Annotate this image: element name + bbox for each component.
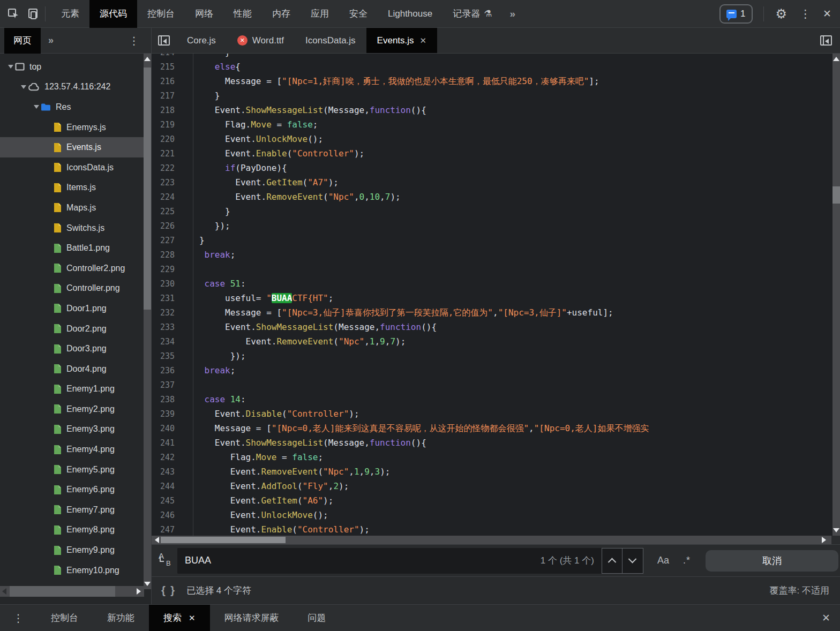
line-number[interactable]: 215: [152, 60, 184, 74]
settings-gear-icon[interactable]: ⚙: [769, 6, 794, 21]
line-number[interactable]: 216: [152, 74, 184, 89]
more-panels-button[interactable]: »: [502, 8, 523, 20]
line-number[interactable]: 233: [152, 320, 184, 335]
line-number[interactable]: 246: [152, 508, 184, 523]
panel-tab-网络[interactable]: 网络: [185, 0, 223, 28]
tree-item[interactable]: Res: [0, 97, 144, 117]
navigator-kebab-menu-icon[interactable]: ⋮: [129, 34, 139, 47]
line-number[interactable]: 223: [152, 176, 184, 190]
line-number[interactable]: 222: [152, 161, 184, 176]
panel-tab-记录器[interactable]: 记录器⚗: [442, 0, 502, 28]
tree-item[interactable]: Items.js: [0, 178, 144, 198]
editor-tab-IconsData.js[interactable]: IconsData.js: [295, 28, 366, 53]
panel-tab-内存[interactable]: 内存: [262, 0, 301, 28]
drawer-tab-问题[interactable]: 问题: [294, 605, 341, 631]
scroll-down-arrow-icon[interactable]: [144, 582, 151, 586]
line-number[interactable]: 219: [152, 118, 184, 132]
navigator-horizontal-scrollbar[interactable]: [0, 586, 144, 597]
line-number[interactable]: 225: [152, 205, 184, 219]
tree-item[interactable]: Enemy9.png: [0, 540, 144, 560]
drawer-tab-新功能[interactable]: 新功能: [93, 605, 149, 631]
match-case-toggle[interactable]: Aa: [657, 555, 669, 566]
line-number[interactable]: 236: [152, 364, 184, 378]
editor-tab-Events.js[interactable]: Events.js✕: [366, 28, 438, 53]
scroll-left-arrow-icon[interactable]: [2, 588, 6, 595]
scroll-down-arrow-icon[interactable]: [833, 528, 839, 532]
drawer-tab-网络请求屏蔽[interactable]: 网络请求屏蔽: [210, 605, 294, 631]
tree-item[interactable]: Enemy10.png: [0, 560, 144, 581]
tree-item[interactable]: IconsData.js: [0, 157, 144, 178]
tree-item[interactable]: Battle1.png: [0, 238, 144, 258]
close-tab-icon[interactable]: ✕: [189, 613, 196, 623]
line-number[interactable]: 247: [152, 523, 184, 536]
expand-arrow-icon[interactable]: [6, 65, 15, 69]
scroll-up-arrow-icon[interactable]: [833, 57, 839, 61]
line-number[interactable]: 234: [152, 335, 184, 349]
line-number[interactable]: 218: [152, 103, 184, 118]
tree-item[interactable]: Enemy4.png: [0, 439, 144, 460]
tree-item[interactable]: Enemy1.png: [0, 379, 144, 400]
expand-arrow-icon[interactable]: [32, 105, 41, 109]
panel-tab-应用[interactable]: 应用: [301, 0, 339, 28]
drawer-tab-控制台[interactable]: 控制台: [36, 605, 93, 631]
kebab-menu-icon[interactable]: ⋮: [793, 7, 818, 20]
code-viewport[interactable]: 214 }215 else{216 Message = ["[Npc=1,奸商]…: [152, 54, 840, 536]
editor-horizontal-scrollbar[interactable]: [152, 536, 840, 544]
line-number[interactable]: 229: [152, 262, 184, 277]
cancel-button[interactable]: 取消: [706, 550, 838, 572]
panel-tab-控制台[interactable]: 控制台: [137, 0, 185, 28]
tree-item[interactable]: Door2.png: [0, 319, 144, 339]
tree-item[interactable]: Enemy8.png: [0, 520, 144, 540]
editor-tab-Core.js[interactable]: Core.js: [176, 28, 227, 53]
line-number[interactable]: 240: [152, 422, 184, 436]
issues-badge[interactable]: 1: [719, 4, 752, 24]
close-tab-icon[interactable]: ✕: [420, 36, 427, 46]
tree-item[interactable]: Enemys.js: [0, 117, 144, 138]
line-number[interactable]: 217: [152, 89, 184, 103]
expand-arrow-icon[interactable]: [19, 85, 28, 89]
tree-item[interactable]: Events.js: [0, 137, 144, 157]
close-devtools-icon[interactable]: ✕: [818, 7, 840, 20]
scroll-right-arrow-icon[interactable]: [822, 537, 826, 543]
line-number[interactable]: 220: [152, 132, 184, 147]
panel-tab-Lighthouse[interactable]: Lighthouse: [378, 0, 442, 28]
line-number[interactable]: 239: [152, 407, 184, 422]
scroll-left-arrow-icon[interactable]: [155, 537, 159, 543]
tree-item[interactable]: Maps.js: [0, 198, 144, 218]
search-input[interactable]: BUAA 1 个 (共 1 个): [177, 548, 643, 574]
drawer-kebab-menu-icon[interactable]: ⋮: [0, 605, 36, 631]
navigator-vertical-scrollbar[interactable]: [144, 54, 151, 589]
tree-item[interactable]: top: [0, 57, 144, 77]
panel-tab-性能[interactable]: 性能: [223, 0, 262, 28]
line-number[interactable]: 235: [152, 349, 184, 364]
tree-item[interactable]: Door4.png: [0, 359, 144, 379]
line-number[interactable]: 232: [152, 306, 184, 320]
line-number[interactable]: 221: [152, 147, 184, 161]
hide-navigator-icon[interactable]: [152, 28, 176, 53]
scrollbar-thumb[interactable]: [144, 67, 151, 310]
scroll-right-arrow-icon[interactable]: [137, 588, 141, 595]
editor-vertical-scrollbar[interactable]: [832, 54, 840, 536]
tree-item[interactable]: Door1.png: [0, 298, 144, 319]
line-number[interactable]: 224: [152, 190, 184, 205]
scrollbar-thumb[interactable]: [10, 586, 115, 597]
panel-tab-源代码[interactable]: 源代码: [89, 0, 137, 28]
regex-toggle[interactable]: .*: [683, 555, 691, 566]
tree-item[interactable]: Controller.png: [0, 279, 144, 299]
scrollbar-thumb[interactable]: [832, 186, 840, 204]
line-number[interactable]: 227: [152, 234, 184, 248]
scrollbar-thumb[interactable]: [161, 537, 286, 543]
previous-match-button[interactable]: [602, 548, 622, 574]
drawer-tab-搜索[interactable]: 搜索✕: [149, 605, 210, 631]
tree-item[interactable]: Controller2.png: [0, 258, 144, 279]
line-number[interactable]: 245: [152, 494, 184, 508]
tree-item[interactable]: Enemy5.png: [0, 460, 144, 480]
tree-item[interactable]: 123.57.4.116:242: [0, 77, 144, 97]
show-debugger-panel-icon[interactable]: [812, 28, 840, 53]
next-match-button[interactable]: [622, 548, 643, 574]
tree-item[interactable]: Door3.png: [0, 339, 144, 359]
more-navigator-tabs-button[interactable]: »: [48, 35, 54, 46]
line-number[interactable]: 228: [152, 248, 184, 262]
line-number[interactable]: 238: [152, 393, 184, 407]
line-number[interactable]: 242: [152, 450, 184, 465]
